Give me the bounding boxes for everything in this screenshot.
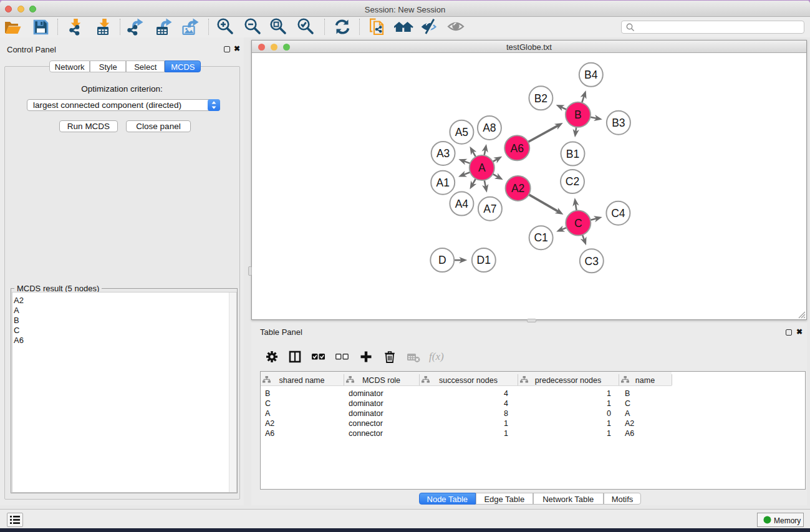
svg-text:A1: A1 (436, 177, 449, 189)
svg-text:C2: C2 (566, 175, 579, 188)
svg-text:B3: B3 (612, 117, 625, 129)
svg-text:A: A (478, 162, 486, 174)
svg-text:C1: C1 (534, 231, 547, 244)
svg-text:C: C (574, 217, 582, 230)
svg-text:A8: A8 (483, 122, 496, 134)
svg-text:A6: A6 (510, 142, 523, 155)
svg-text:A5: A5 (455, 126, 468, 138)
svg-text:D: D (438, 254, 446, 266)
svg-text:A7: A7 (483, 203, 496, 215)
svg-text:B2: B2 (534, 92, 547, 105)
svg-text:B: B (574, 109, 582, 121)
svg-text:A4: A4 (455, 198, 469, 210)
svg-text:A3: A3 (436, 147, 450, 160)
svg-text:D1: D1 (477, 254, 491, 266)
svg-text:B4: B4 (584, 69, 598, 81)
svg-text:C4: C4 (611, 207, 625, 220)
svg-text:A2: A2 (511, 182, 524, 195)
svg-text:B1: B1 (566, 148, 579, 160)
svg-text:C3: C3 (585, 255, 599, 268)
